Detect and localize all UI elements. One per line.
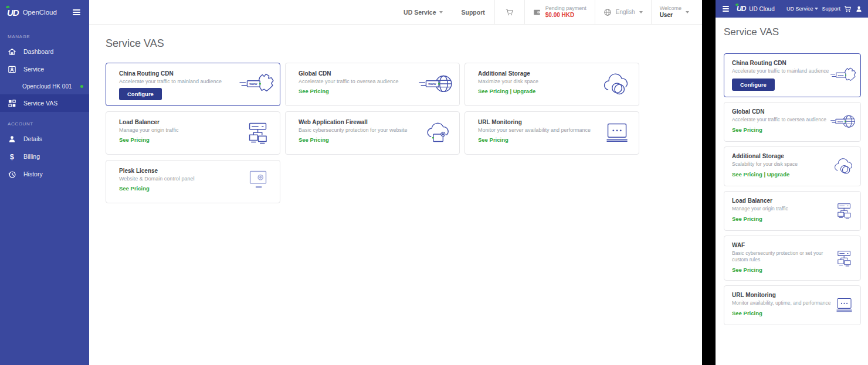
- dollar-icon: $: [8, 152, 16, 161]
- card-title: China Routing CDN: [732, 60, 831, 66]
- service-cards-grid: China Routing CDN Accelerate your traffi…: [106, 63, 702, 203]
- content-area: Service VAS China Routing CDN Accelerate…: [89, 25, 702, 203]
- storage-cloud-icon: [830, 156, 857, 177]
- see-pricing-link[interactable]: See Pricing: [732, 216, 762, 222]
- cart-icon: [506, 8, 514, 16]
- china-cdn-icon: www: [830, 65, 857, 86]
- mobile-page-title: Service VAS: [724, 26, 868, 38]
- service-card[interactable]: Global CDN Accelerate your traffic to ov…: [724, 102, 861, 142]
- see-pricing-link[interactable]: See Pricing | Upgrade: [478, 88, 535, 94]
- sidebar-item-label: Details: [23, 135, 42, 142]
- sidebar-item-billing[interactable]: $ Billing: [0, 148, 89, 165]
- card-title: URL Monitoring: [478, 119, 596, 125]
- url-monitoring-icon: [598, 120, 634, 146]
- globe-icon: [603, 8, 612, 16]
- pending-payment[interactable]: Pending payment $0.00 HKD: [524, 0, 595, 24]
- sidebar-item-service-vas[interactable]: Service VAS: [0, 94, 89, 112]
- card-description: Scalability for your disk space: [732, 161, 831, 168]
- grid-icon: [8, 99, 16, 108]
- sidebar-item-label: History: [23, 170, 43, 178]
- page-title: Service VAS: [106, 37, 702, 50]
- sidebar-logo-row: UD OpenCloud: [0, 0, 89, 25]
- ud-logo-icon: UD: [737, 5, 745, 13]
- mobile-service-cards: China Routing CDN Accelerate your traffi…: [724, 53, 861, 325]
- see-pricing-link[interactable]: See Pricing: [478, 137, 508, 143]
- service-card[interactable]: China Routing CDN Accelerate your traffi…: [724, 53, 861, 97]
- card-description: Website & Domain control panel: [119, 176, 238, 182]
- global-cdn-icon: www: [830, 111, 857, 132]
- brand-name: OpenCloud: [23, 9, 71, 16]
- see-pricing-link[interactable]: See Pricing: [299, 137, 329, 143]
- service-card[interactable]: Additional Storage Scalability for your …: [724, 146, 861, 186]
- hamburger-menu-icon[interactable]: [71, 8, 82, 17]
- service-card[interactable]: Load Balancer Manage your origin traffic…: [106, 111, 280, 155]
- card-description: Maximize your disk space: [478, 79, 596, 84]
- service-card[interactable]: Load Balancer Manage your origin traffic…: [724, 191, 861, 231]
- sidebar-item-history[interactable]: History: [0, 165, 89, 183]
- sidebar-item-dashboard[interactable]: Dashboard: [0, 43, 89, 60]
- user-account-icon[interactable]: [855, 5, 863, 13]
- home-icon: [8, 47, 16, 56]
- mobile-top-bar: UD UD Cloud UD Service Support: [716, 0, 868, 18]
- person-icon: [8, 135, 16, 144]
- see-pricing-link[interactable]: See Pricing: [119, 137, 150, 143]
- global-cdn-icon: www: [418, 71, 455, 98]
- wallet-icon: [533, 8, 541, 16]
- card-description: Basic cybersecurity protection for your …: [299, 127, 417, 133]
- service-card[interactable]: URL Monitoring Monitor your server avail…: [464, 111, 639, 155]
- cart-button[interactable]: [494, 0, 524, 24]
- sidebar-item-service[interactable]: Service: [0, 60, 89, 78]
- ud-logo-icon: UD: [7, 8, 19, 18]
- ud-service-label: UD Service: [404, 9, 436, 16]
- mobile-ud-service-menu[interactable]: UD Service: [786, 6, 819, 12]
- configure-button[interactable]: Configure: [119, 88, 162, 100]
- see-pricing-link[interactable]: See Pricing: [119, 185, 150, 192]
- user-menu[interactable]: Welcome User: [651, 0, 702, 24]
- status-dot-icon: [80, 85, 83, 88]
- card-description: Monitor your server availability and per…: [478, 127, 596, 133]
- card-title: Plesk License: [119, 168, 238, 174]
- card-title: Web Application Firewall: [299, 119, 417, 125]
- service-card[interactable]: China Routing CDN Accelerate your traffi…: [106, 63, 280, 106]
- svg-text:www: www: [428, 82, 436, 86]
- service-card[interactable]: WAF Basic cybersecurity protection or se…: [724, 236, 861, 281]
- card-title: Additional Storage: [478, 70, 596, 77]
- service-card[interactable]: Global CDN Accelerate your traffic to ov…: [285, 63, 460, 106]
- hamburger-menu-icon[interactable]: [721, 4, 731, 13]
- card-title: Additional Storage: [732, 153, 831, 159]
- see-pricing-link[interactable]: See Pricing: [299, 88, 329, 94]
- service-card[interactable]: Additional Storage Maximize your disk sp…: [464, 63, 639, 106]
- chevron-down-icon: [639, 11, 643, 13]
- card-title: Global CDN: [299, 70, 417, 77]
- see-pricing-link[interactable]: See Pricing: [732, 310, 762, 316]
- card-title: Load Balancer: [732, 197, 831, 204]
- service-card[interactable]: Web Application Firewall Basic cybersecu…: [285, 111, 460, 155]
- sidebar-item-details[interactable]: Details: [0, 130, 89, 148]
- mobile-support-link[interactable]: Support: [822, 6, 840, 12]
- see-pricing-link[interactable]: See Pricing: [732, 267, 762, 273]
- load-balancer-icon: [830, 200, 857, 221]
- service-card[interactable]: URL Monitoring Monitor availability, upt…: [724, 285, 861, 325]
- cart-icon[interactable]: [844, 5, 852, 13]
- svg-text:$: $: [10, 152, 14, 161]
- support-label: Support: [462, 9, 485, 16]
- support-link[interactable]: Support: [452, 0, 494, 24]
- sidebar-item-opencloud-hk-001[interactable]: Opencloud HK 001: [0, 78, 89, 94]
- sidebar-section-account: ACCOUNT: [0, 112, 89, 130]
- card-title: Global CDN: [732, 108, 831, 115]
- svg-text:www: www: [837, 120, 844, 123]
- ud-service-label: UD Service: [786, 6, 813, 12]
- see-pricing-link[interactable]: See Pricing | Upgrade: [732, 171, 789, 178]
- waf-cloud-icon: [418, 120, 455, 146]
- top-header: UD Service Support Pending payment $0.00…: [89, 0, 702, 25]
- card-title: URL Monitoring: [732, 292, 831, 298]
- language-selector[interactable]: English: [595, 0, 651, 24]
- service-card[interactable]: Plesk License Website & Domain control p…: [106, 160, 280, 203]
- language-label: English: [616, 9, 635, 15]
- ud-service-menu[interactable]: UD Service: [394, 0, 452, 24]
- card-description: Accelerate your traffic to mainland audi…: [119, 79, 238, 84]
- configure-button[interactable]: Configure: [732, 79, 775, 91]
- mobile-view: UD UD Cloud UD Service Support Service V…: [716, 0, 868, 365]
- see-pricing-link[interactable]: See Pricing: [732, 127, 762, 133]
- load-balancer-icon: [239, 120, 275, 146]
